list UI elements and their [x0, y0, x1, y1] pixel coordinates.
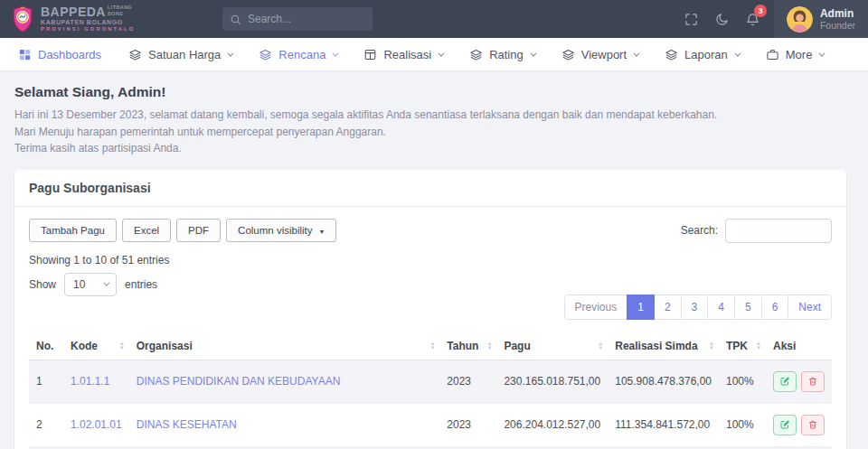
page-size-select[interactable]: 10	[64, 273, 117, 296]
user-menu[interactable]: Admin Founder	[774, 0, 868, 38]
kode-link[interactable]: 1.01.1.1	[71, 375, 109, 388]
col-no: No.	[29, 332, 63, 360]
dark-mode-button[interactable]	[707, 0, 738, 38]
nav-item-dashboards[interactable]: Dashboards	[18, 48, 101, 61]
notifications-button[interactable]: 3	[738, 0, 769, 38]
table-search-input[interactable]	[725, 219, 832, 243]
nav-item-laporan[interactable]: Laporan	[665, 48, 739, 61]
pagination-page-2[interactable]: 2	[654, 295, 682, 320]
nav-item-more[interactable]: More	[766, 48, 824, 61]
global-search	[222, 7, 373, 31]
global-search-input[interactable]	[248, 13, 365, 25]
sort-icon	[486, 341, 492, 351]
edit-icon	[779, 376, 790, 387]
cell-tahun: 2023	[439, 360, 496, 403]
notification-badge: 3	[754, 5, 767, 17]
chevron-down-icon	[439, 50, 445, 56]
cell-tahun: 2023	[439, 403, 496, 446]
card-title: Pagu Suborganisasi	[29, 181, 151, 195]
cell-tpk: 100%	[719, 403, 766, 446]
brand-sub-provinsi: PROVINSI GORONTALO	[41, 27, 135, 33]
layers-icon	[259, 48, 272, 61]
organisasi-link[interactable]: DINAS KESEHATAN	[137, 418, 237, 431]
table-icon	[363, 48, 377, 61]
pagination-page-1[interactable]: 1	[627, 295, 655, 320]
table-row: 1 1.01.1.1 DINAS PENDIDIKAN DAN KEBUDAYA…	[29, 360, 832, 403]
cell-no: 2	[29, 403, 63, 446]
layers-icon	[561, 48, 575, 61]
nav-item-realisasi[interactable]: Realisasi	[363, 48, 442, 61]
pagination: Previous 1 2 3 4 5 6 Next	[564, 295, 833, 320]
cell-realisasi: 105.908.478.376,00	[608, 360, 719, 403]
bappeda-shield-icon	[11, 5, 34, 33]
trash-icon	[807, 419, 818, 430]
brand-sub-litbang: LITBANG	[108, 5, 132, 11]
pdf-export-button[interactable]: PDF	[176, 219, 221, 242]
brand-sub-bone: BONE	[108, 12, 132, 17]
col-pagu[interactable]: Pagu	[496, 332, 608, 360]
briefcase-icon	[766, 48, 779, 61]
main-nav: Dashboards Satuan Harga Rencana Realisas…	[0, 38, 868, 70]
chevron-down-icon	[103, 280, 109, 286]
sort-icon	[119, 341, 125, 351]
edit-button[interactable]	[773, 371, 797, 392]
kode-link[interactable]: 1.02.01.01	[71, 418, 122, 431]
show-label: Show	[29, 278, 56, 291]
caret-down-icon	[319, 225, 326, 236]
table-search-label: Search:	[681, 224, 718, 237]
excel-export-button[interactable]: Excel	[122, 219, 171, 242]
table-header-row: No. Kode Organisasi Tahun Pagu Realisasi…	[29, 332, 832, 360]
topbar: BAPPEDA LITBANG BONE KABUPATEN BOLANGO P…	[0, 0, 868, 38]
chevron-down-icon	[633, 50, 639, 56]
cell-pagu: 230.165.018.751,00	[496, 360, 608, 403]
column-visibility-button[interactable]: Column visibility	[226, 219, 336, 242]
layers-icon	[665, 48, 678, 61]
organisasi-link[interactable]: DINAS PENDIDIKAN DAN KEBUDAYAAN	[137, 375, 341, 388]
chevron-down-icon	[530, 50, 536, 56]
nav-item-rencana[interactable]: Rencana	[259, 48, 336, 61]
chevron-down-icon	[819, 50, 826, 56]
col-organisasi[interactable]: Organisasi	[129, 332, 440, 360]
nav-item-satuan-harga[interactable]: Satuan Harga	[128, 48, 231, 61]
fullscreen-button[interactable]	[676, 0, 707, 38]
delete-button[interactable]	[801, 415, 825, 435]
brand-logo[interactable]: BAPPEDA LITBANG BONE KABUPATEN BOLANGO P…	[11, 5, 172, 33]
welcome-section: Selamat Siang, Admin! Hari ini 13 Desemb…	[0, 70, 868, 157]
welcome-line-3: Terima kasih atas partisipasi Anda.	[14, 140, 854, 157]
col-tpk[interactable]: TPK	[719, 332, 766, 360]
pagination-page-6[interactable]: 6	[761, 295, 789, 320]
layers-icon	[469, 48, 483, 61]
brand-name: BAPPEDA	[41, 5, 106, 18]
user-role: Founder	[820, 20, 855, 32]
pagination-page-3[interactable]: 3	[681, 295, 709, 320]
fullscreen-icon	[684, 12, 699, 27]
trash-icon	[807, 376, 818, 387]
col-tahun[interactable]: Tahun	[439, 332, 496, 360]
col-kode[interactable]: Kode	[63, 332, 129, 360]
edit-button[interactable]	[773, 415, 797, 435]
pagination-next[interactable]: Next	[788, 295, 832, 320]
table-row: 2 1.02.01.01 DINAS KESEHATAN 2023 206.20…	[29, 403, 832, 446]
delete-button[interactable]	[801, 371, 825, 392]
welcome-line-2: Mari Menuju harapan pemerintah untuk mem…	[14, 124, 854, 141]
sort-icon	[709, 341, 714, 351]
col-realisasi-simda[interactable]: Realisasi Simda	[608, 332, 719, 360]
pagination-page-5[interactable]: 5	[734, 295, 762, 320]
chevron-down-icon	[333, 50, 339, 56]
pagination-previous[interactable]: Previous	[564, 295, 628, 320]
cell-realisasi: 111.354.841.572,00	[608, 403, 719, 446]
edit-icon	[779, 419, 790, 430]
cell-no: 1	[29, 360, 63, 403]
tambah-pagu-button[interactable]: Tambah Pagu	[29, 219, 117, 242]
search-icon	[230, 14, 241, 25]
welcome-title: Selamat Siang, Admin!	[14, 84, 854, 100]
sort-icon	[756, 341, 761, 351]
chevron-down-icon	[228, 50, 234, 56]
pagination-page-4[interactable]: 4	[707, 295, 735, 320]
entries-info: Showing 1 to 10 of 51 entries	[29, 254, 832, 267]
col-aksi: Aksi	[766, 332, 832, 360]
nav-item-viewport[interactable]: Viewport	[561, 48, 637, 61]
welcome-line-1: Hari ini 13 Desember 2023, selamat datan…	[14, 107, 854, 124]
nav-item-rating[interactable]: Rating	[469, 48, 534, 61]
chevron-down-icon	[734, 50, 741, 56]
